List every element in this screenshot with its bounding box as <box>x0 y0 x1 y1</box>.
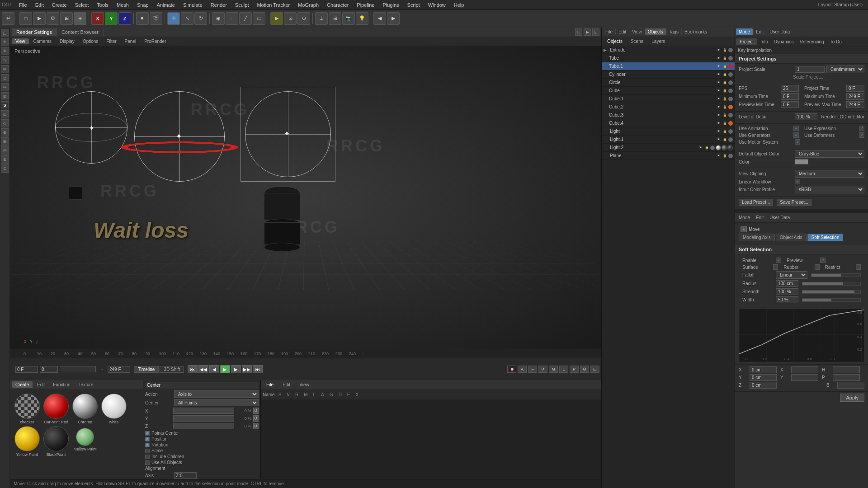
sidebar-rotate[interactable]: ↻ <box>1 47 9 55</box>
radius-slider[interactable] <box>802 282 861 286</box>
position-cb[interactable]: ✓ <box>145 437 150 441</box>
sidebar-s[interactable]: S <box>1 101 9 109</box>
obj-cube2-lock[interactable]: 🔒 <box>722 104 727 110</box>
st-tab-edit[interactable]: Edit <box>753 28 766 35</box>
frame-mode-btn[interactable]: F <box>528 366 537 373</box>
menu-motion-tracker[interactable]: Motion Tracker <box>253 1 293 9</box>
bcoord-y[interactable] <box>750 374 777 381</box>
menu-snap[interactable]: Snap <box>133 1 152 9</box>
bcoord-y2[interactable] <box>791 374 818 381</box>
obj-ptab-objects[interactable]: Objects <box>645 28 666 35</box>
sidebar-bridge[interactable]: ⊞ <box>1 137 9 145</box>
record-active-btn[interactable]: ⏺ <box>507 366 516 373</box>
obj-ptab-edit[interactable]: Edit <box>616 28 629 35</box>
soft-selection-tab[interactable]: Soft Selection <box>807 234 844 241</box>
mat-tab-create[interactable]: Create <box>12 381 33 388</box>
menu-simulate[interactable]: Simulate <box>179 1 206 9</box>
obj-ptab-file[interactable]: File <box>603 28 616 35</box>
end-frame-input[interactable] <box>108 366 130 373</box>
playback-options-btn[interactable]: ⚙ <box>580 366 589 373</box>
obj-cube1[interactable]: Cube.1 👁 🔒 <box>602 95 735 103</box>
obj-cube3[interactable]: Cube.3 👁 🔒 <box>602 111 735 119</box>
obj-lock-icon[interactable]: 🔒 <box>722 47 727 53</box>
points-mode[interactable]: · <box>226 12 238 25</box>
new-btn[interactable]: □ <box>19 12 32 25</box>
menu-character[interactable]: Character <box>323 1 352 9</box>
timeline-slider[interactable] <box>60 366 96 372</box>
camera-btn[interactable]: 📷 <box>342 12 355 25</box>
z-slider[interactable] <box>173 423 234 429</box>
next-key-btn[interactable]: ▶▶ <box>242 365 252 373</box>
obj-tube[interactable]: Tube 👁 🔒 <box>602 54 735 62</box>
bcoord-p[interactable] <box>833 374 860 381</box>
load-preset-btn[interactable]: Load Preset... <box>739 199 773 206</box>
action-select[interactable]: Axis to <box>174 390 259 398</box>
use-motion-cb[interactable] <box>795 139 800 145</box>
mat-tab-texture[interactable]: Texture <box>75 381 97 388</box>
anim-layer-btn[interactable]: L <box>559 366 568 373</box>
scale-tool[interactable]: ⤡ <box>181 12 193 25</box>
obj-light[interactable]: ▶ Light 👁 🔒 <box>602 127 735 136</box>
sidebar-extrude[interactable]: ⊡ <box>1 110 9 118</box>
start-frame-input[interactable] <box>15 366 38 373</box>
light-btn[interactable]: 💡 <box>356 12 368 25</box>
y-reset[interactable]: ↺ <box>253 415 259 422</box>
record-btn[interactable]: ⏺ <box>136 12 149 25</box>
sidebar-loop[interactable]: ⊕ <box>1 128 9 136</box>
sidebar-fill[interactable]: ⊙ <box>1 164 9 173</box>
axis-z[interactable]: Z <box>118 12 131 25</box>
x-reset[interactable]: ↺ <box>253 408 259 414</box>
obj-vis-icon[interactable]: 👁 <box>716 47 721 53</box>
surface-cb[interactable] <box>773 264 778 270</box>
sub-tab-referencing[interactable]: Referencing <box>797 38 827 45</box>
fps-input[interactable] <box>781 85 799 92</box>
menu-animate[interactable]: Animate <box>153 1 179 9</box>
poly-mode[interactable]: ▭ <box>253 12 265 25</box>
obj-light2-lock[interactable]: 🔒 <box>704 145 709 150</box>
expand-timeline-btn[interactable]: ⊡ <box>590 366 599 373</box>
obj-vtab-objects[interactable]: Objects <box>604 38 626 44</box>
nav-prev[interactable]: ◀ <box>373 12 386 25</box>
sidebar-dissolve[interactable]: ⊗ <box>1 155 9 164</box>
obj-cube3-lock[interactable]: 🔒 <box>722 113 727 118</box>
auto-key-btn[interactable]: A <box>518 366 527 373</box>
undo-btn[interactable]: ↩ <box>2 12 14 25</box>
obj-cube-lock[interactable]: 🔒 <box>722 88 727 94</box>
include-children-cb[interactable] <box>145 455 150 459</box>
menu-script[interactable]: Script <box>404 1 424 9</box>
rotate-tool[interactable]: ↻ <box>194 12 207 25</box>
mat-tab-function[interactable]: Function <box>49 381 74 388</box>
modeling-axis-tab[interactable]: Modeling Axis <box>739 234 775 241</box>
inner-tab-filter[interactable]: Filter <box>103 38 120 44</box>
bottom-edit-tab[interactable]: Edit <box>753 214 766 221</box>
use-gen-cb[interactable] <box>793 132 799 138</box>
grid-btn[interactable]: ⊞ <box>329 12 341 25</box>
menu-render[interactable]: Render <box>207 1 231 9</box>
use-expr-cb[interactable] <box>859 126 864 131</box>
material-chrome[interactable]: Chrome <box>71 394 99 424</box>
strength-input[interactable] <box>776 288 798 295</box>
play-btn[interactable]: ▶ <box>220 365 230 373</box>
color-swatch[interactable] <box>795 159 808 164</box>
bcoord-x2[interactable] <box>791 366 818 373</box>
ct-tab-edit[interactable]: Edit <box>279 381 294 388</box>
open-btn[interactable]: ▶ <box>33 12 46 25</box>
bcoord-b[interactable] <box>837 382 864 389</box>
render-view-btn[interactable]: 🎬 <box>150 12 162 25</box>
center-select[interactable]: All Points <box>174 399 259 406</box>
obj-light2-vis[interactable]: 👁 <box>698 145 703 150</box>
add-btn[interactable]: + <box>74 12 86 25</box>
motion-system-btn[interactable]: M <box>549 366 558 373</box>
sub-tab-info[interactable]: Info <box>758 38 771 45</box>
obj-cube1-vis[interactable]: 👁 <box>716 96 721 102</box>
obj-cyl-lock[interactable]: 🔒 <box>722 72 727 77</box>
y-slider[interactable] <box>173 415 234 422</box>
menu-create[interactable]: Create <box>48 1 71 9</box>
mat-tab-edit[interactable]: Edit <box>33 381 48 388</box>
obj-cube4-lock[interactable]: 🔒 <box>722 121 727 126</box>
obj-cylinder[interactable]: Cylinder 👁 🔒 <box>602 70 735 79</box>
menu-tools[interactable]: Tools <box>93 1 112 9</box>
current-frame-input[interactable] <box>40 366 58 373</box>
obj-vtab-layers[interactable]: Layers <box>648 38 669 44</box>
st-tab-userdata[interactable]: User Data <box>767 28 793 35</box>
